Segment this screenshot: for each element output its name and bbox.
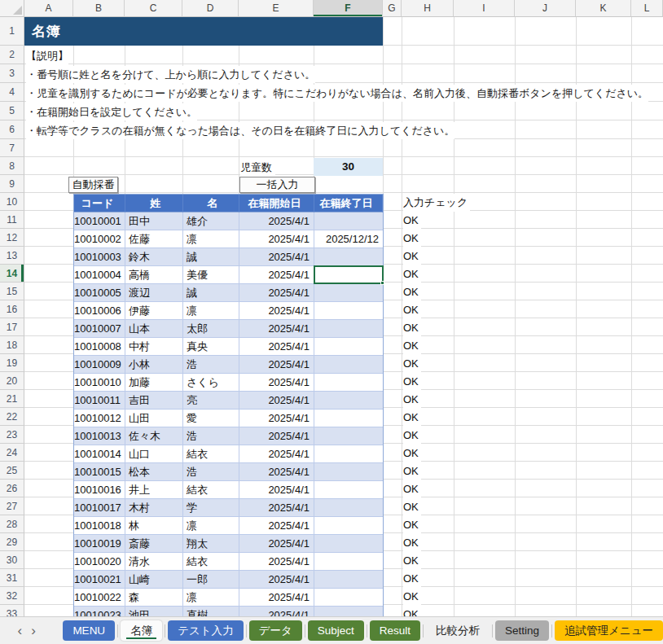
cell[interactable] [314, 320, 383, 338]
cell[interactable] [314, 374, 383, 392]
next-sheet-arrow-icon[interactable]: › [27, 621, 41, 641]
cell[interactable] [314, 284, 383, 302]
cell[interactable]: 凛 [183, 589, 239, 607]
cell[interactable]: 佐藤 [125, 230, 183, 248]
check-status[interactable]: OK [403, 409, 421, 427]
check-status[interactable]: OK [403, 480, 421, 498]
cell[interactable] [314, 535, 383, 553]
cell[interactable]: 2025/4/1 [239, 392, 314, 410]
row-header-4[interactable]: 4 [0, 83, 24, 102]
row-header-14[interactable]: 14 [0, 265, 24, 283]
cell[interactable]: 2025/4/1 [239, 248, 314, 266]
check-status[interactable]: OK [403, 212, 421, 230]
check-status[interactable]: OK [403, 301, 421, 319]
row-header-24[interactable]: 24 [0, 444, 24, 462]
sheet-tab-Setting[interactable]: Setting [495, 620, 549, 641]
cell[interactable]: 愛 [183, 410, 239, 427]
cell[interactable]: 10010018 [74, 517, 125, 535]
cell[interactable]: 亮 [183, 392, 239, 410]
row-header-23[interactable]: 23 [0, 426, 24, 444]
cell[interactable]: 2025/4/1 [239, 230, 314, 248]
cell[interactable] [314, 392, 383, 410]
cell[interactable] [314, 607, 383, 616]
cell[interactable] [314, 517, 383, 535]
check-status[interactable]: OK [403, 570, 421, 588]
cell[interactable] [314, 589, 383, 607]
cell[interactable]: 10010010 [74, 374, 125, 392]
cell[interactable]: 太郎 [183, 320, 239, 338]
sheet-title-cell[interactable]: 名簿 [24, 17, 383, 46]
check-status[interactable]: OK [403, 391, 421, 409]
cell[interactable] [314, 499, 383, 517]
sheet-tab-テスト入力[interactable]: テスト入力 [168, 620, 243, 641]
row-header-17[interactable]: 17 [0, 318, 24, 336]
check-status[interactable]: OK [403, 373, 421, 391]
check-status[interactable]: OK [403, 283, 421, 301]
cell[interactable]: 渡辺 [125, 284, 183, 302]
column-header-C[interactable]: C [125, 0, 182, 17]
cell[interactable]: 2025/4/1 [239, 302, 314, 320]
cell[interactable]: 10010008 [74, 338, 125, 356]
cell[interactable]: 凛 [183, 302, 239, 320]
cell[interactable] [314, 356, 383, 374]
cell[interactable]: 結衣 [183, 445, 239, 463]
cell[interactable]: 佐々木 [125, 427, 183, 445]
cell[interactable]: 10010013 [74, 427, 125, 445]
column-header-B[interactable]: B [73, 0, 125, 17]
cell[interactable]: 小林 [125, 356, 183, 374]
cell[interactable] [314, 212, 383, 230]
cell[interactable]: 2025/4/1 [239, 410, 314, 427]
column-title[interactable]: 在籍開始日 [239, 195, 314, 212]
sheet-tab-Subject[interactable]: Subject [308, 620, 364, 641]
sheet-tab-名簿[interactable]: 名簿 [121, 620, 162, 641]
check-status[interactable]: OK [403, 606, 421, 616]
row-header-5[interactable]: 5 [0, 102, 24, 120]
cell[interactable]: 2025/4/1 [239, 320, 314, 338]
cell[interactable]: 10010004 [74, 266, 125, 284]
cell[interactable]: 2025/4/1 [239, 374, 314, 392]
row-header-18[interactable]: 18 [0, 336, 24, 354]
cell[interactable]: 伊藤 [125, 302, 183, 320]
row-header-9[interactable]: 9 [0, 175, 24, 193]
cell[interactable]: 2025/4/1 [239, 571, 314, 589]
cell[interactable]: 山田 [125, 410, 183, 427]
cell[interactable]: 10010002 [74, 230, 125, 248]
column-title[interactable]: 名 [183, 195, 239, 212]
check-status[interactable]: OK [403, 516, 421, 534]
check-status[interactable]: OK [403, 248, 421, 265]
cell[interactable]: 2025/4/1 [239, 445, 314, 463]
auto-number-button[interactable]: 自動採番 [68, 177, 118, 193]
fill-handle[interactable] [380, 281, 384, 285]
cell[interactable]: 中村 [125, 338, 183, 356]
column-header-J[interactable]: J [515, 0, 576, 17]
cell[interactable]: 2025/4/1 [239, 589, 314, 607]
cell[interactable]: 真央 [183, 338, 239, 356]
row-header-30[interactable]: 30 [0, 551, 24, 569]
cell[interactable]: 浩 [183, 356, 239, 374]
column-header-A[interactable]: A [24, 0, 73, 17]
cell[interactable]: 2025/4/1 [239, 427, 314, 445]
row-header-26[interactable]: 26 [0, 480, 24, 497]
select-all-corner[interactable] [0, 0, 24, 17]
cell[interactable]: 山本 [125, 320, 183, 338]
row-header-29[interactable]: 29 [0, 533, 24, 551]
cell[interactable] [314, 338, 383, 356]
prev-sheet-arrow-icon[interactable]: ‹ [13, 621, 27, 641]
cell[interactable]: 加藤 [125, 374, 183, 392]
cell[interactable]: 10010006 [74, 302, 125, 320]
check-column-header[interactable]: 入力チェック [403, 194, 470, 212]
instruction-line[interactable]: ・転学等でクラスの在籍が無くなった場合は、その日を在籍終了日に入力してください。 [26, 122, 454, 139]
cell[interactable] [314, 571, 383, 589]
row-header-10[interactable]: 10 [0, 193, 24, 211]
cell[interactable]: 10010005 [74, 284, 125, 302]
column-header-F[interactable]: F [314, 0, 383, 17]
row-header-25[interactable]: 25 [0, 462, 24, 480]
selected-cell-F14[interactable] [314, 265, 384, 284]
cell[interactable]: 鈴木 [125, 248, 183, 266]
row-header-13[interactable]: 13 [0, 247, 24, 265]
child-count-label[interactable]: 児童数 [240, 159, 275, 176]
column-title[interactable]: 姓 [125, 195, 183, 212]
row-header-28[interactable]: 28 [0, 515, 24, 533]
cell[interactable]: 一郎 [183, 571, 239, 589]
check-status[interactable]: OK [403, 355, 421, 373]
